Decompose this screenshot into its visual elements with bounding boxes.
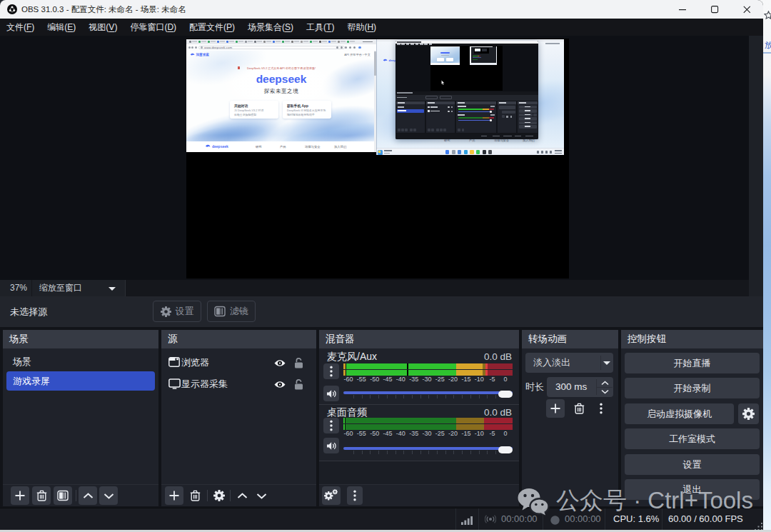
visibility-eye-icon[interactable]: [274, 378, 286, 391]
source-down-button[interactable]: [253, 488, 269, 503]
spin-up-button[interactable]: [598, 379, 612, 387]
add-transition-button[interactable]: [546, 399, 565, 418]
volume-slider[interactable]: [343, 442, 513, 458]
volume-slider[interactable]: [343, 386, 513, 402]
scene-item-selected[interactable]: 游戏录屏: [6, 371, 155, 391]
virtual-camera-settings-button[interactable]: [738, 403, 759, 424]
source-down-button-detail-detail: [257, 494, 266, 498]
menu-item[interactable]: 文件(F): [0, 19, 41, 36]
signal-bars-icon-detail-detail-detail: [470, 516, 473, 525]
background-link-text: 放: [765, 39, 771, 51]
menu-item[interactable]: 场景集合(S): [241, 19, 300, 36]
maximize-button[interactable]: [699, 0, 731, 19]
scenes-panel-title[interactable]: 场景: [3, 330, 158, 348]
volume-slider-detail: [395, 451, 396, 454]
menu-item[interactable]: 停靠窗口(D): [124, 19, 183, 36]
start-streaming-button[interactable]: 开始直播: [625, 353, 760, 373]
transitions-panel-title[interactable]: 转场动画: [522, 330, 618, 348]
meter-scale-label: -35: [409, 376, 418, 383]
add-source-button[interactable]: [165, 486, 183, 505]
source-properties-toolbar-button[interactable]: [211, 488, 227, 503]
start-recording-button[interactable]: 开始录制: [625, 378, 760, 398]
volume-slider-detail: [453, 451, 454, 454]
sources-panel-title[interactable]: 源: [161, 330, 316, 348]
visibility-eye-icon[interactable]: [274, 357, 286, 370]
menubar: 文件(F)编辑(E)视图(V)停靠窗口(D)配置文件(P)场景集合(S)工具(T…: [0, 19, 763, 36]
captured-deepseek-page-detail: [238, 66, 240, 69]
captured-obs-window-detail-detail-detail: [443, 129, 446, 131]
mute-speaker-button[interactable]: [323, 386, 339, 401]
captured-tabbar-detail: [328, 41, 331, 43]
captured-obs-window-detail-detail-detail: [519, 114, 533, 117]
start-virtual-camera-button[interactable]: 启动虚拟摄像机: [625, 403, 734, 424]
remove-source-button[interactable]: [187, 488, 203, 503]
menu-item[interactable]: 编辑(E): [41, 19, 82, 36]
captured-card-detail: 开始对话: [234, 104, 248, 108]
captured-tabbar-detail: [198, 41, 201, 43]
preview-canvas[interactable]: www.deepseek.com深度求索API 开放平台 › 中文DeepSee…: [186, 39, 569, 278]
settings-button[interactable]: 设置: [625, 454, 760, 475]
mixer-channel-menu-button[interactable]: [323, 363, 339, 379]
duration-spinbox[interactable]: 300 ms: [547, 377, 613, 397]
advanced-audio-button-detail-detail-detail-detail: [334, 491, 336, 493]
mixer-menu-button[interactable]: [347, 486, 363, 505]
captured-tabbar-detail: [220, 41, 225, 42]
source-item-browser[interactable]: 浏览器: [161, 353, 316, 372]
menu-item[interactable]: 帮助(H): [341, 19, 383, 36]
scene-up-button[interactable]: [79, 486, 97, 505]
monitor-icon-detail: [168, 378, 181, 389]
captured-tabbar-detail: [276, 41, 281, 42]
transition-menu-button[interactable]: [595, 401, 608, 416]
menu-item-detail: D: [167, 22, 173, 32]
volume-meter-detail: [343, 370, 513, 376]
mixer-empty-area: [319, 461, 519, 484]
mixer-channel-menu-button[interactable]: [323, 418, 339, 433]
captured-card-detail: 获取手机 App: [287, 104, 308, 108]
captured-page-logo-detail-detail: [191, 53, 195, 55]
lock-open-icon[interactable]: [294, 358, 303, 371]
mixer-toolbar: [319, 484, 519, 506]
remove-transition-button[interactable]: [571, 401, 587, 416]
lock-open-icon[interactable]: [294, 379, 303, 393]
captured-obs-window-detail: [401, 44, 405, 44]
scene-down-button[interactable]: [99, 486, 118, 505]
menu-item[interactable]: 配置文件(P): [183, 19, 241, 36]
remove-scene-button[interactable]: [32, 486, 51, 505]
menu-item[interactable]: 工具(T): [300, 19, 341, 36]
transition-select[interactable]: 淡入淡出: [525, 353, 613, 373]
zoom-control[interactable]: 37% 缩放至窗口: [0, 280, 126, 296]
resize-grip[interactable]: [755, 521, 763, 530]
close-button[interactable]: [731, 0, 763, 19]
source-item-display[interactable]: 显示器采集: [161, 374, 316, 393]
add-scene-button[interactable]: [11, 486, 29, 505]
mixer-channel-db: 0.0 dB: [484, 407, 512, 418]
display-capture-source[interactable]: www.deepseek.com深度求索API 开放平台 › 中文DeepSee…: [186, 39, 564, 155]
scene-item[interactable]: 场景: [3, 352, 158, 371]
captured-obs-window-detail-detail-detail: [428, 102, 435, 104]
spin-down-button[interactable]: [598, 388, 612, 396]
browser-window-icon-detail: [168, 357, 180, 367]
menu-item-detail: S: [285, 22, 291, 32]
captured-card-detail: 体验全新旗舰模型: [234, 113, 256, 116]
mixer-panel-title[interactable]: 混音器: [319, 330, 519, 348]
browser-window-icon-detail-detail: [176, 358, 178, 360]
menu-item[interactable]: 视图(V): [82, 19, 124, 36]
scene-filters-button[interactable]: [54, 486, 72, 505]
source-up-button[interactable]: [234, 488, 250, 503]
controls-panel-title[interactable]: 控制按钮: [621, 330, 763, 348]
source-properties-button[interactable]: 设置: [153, 301, 201, 322]
source-filters-button[interactable]: 滤镜: [207, 301, 256, 322]
menu-item-detail: E: [67, 22, 73, 32]
advanced-audio-button[interactable]: [322, 486, 341, 505]
mute-speaker-button[interactable]: [323, 438, 339, 453]
volume-slider-detail: [378, 451, 379, 454]
studio-mode-button[interactable]: 工作室模式: [625, 428, 760, 449]
volume-slider-detail: [343, 391, 513, 394]
resize-grip-detail-detail-detail: [758, 526, 760, 528]
minimize-button[interactable]: [667, 0, 699, 19]
volume-slider-detail: [487, 395, 488, 398]
meter-scale-label: -5: [490, 430, 495, 437]
captured-obs-window-detail: [424, 44, 428, 44]
volume-slider-detail: [395, 395, 396, 398]
captured-obs-window-detail: [415, 44, 419, 44]
